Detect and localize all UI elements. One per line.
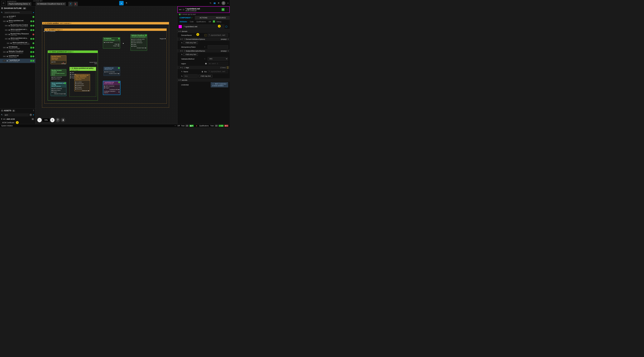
zoom-help-button[interactable]: ? [56,118,60,122]
add-map-item-button[interactable]: + Add map item [198,75,212,77]
outline-search-input[interactable] [4,11,32,14]
outline-item[interactable]: aws⊞Website CloudfrontCloudFront Distrib… [0,50,35,54]
node-bucket-policy-resource[interactable]: Bucket Policy ResourceAWS ARN ARN ARN ⊗ [51,55,66,64]
outline-item[interactable]: aws⊞demo.sysinitest.net c...Bucket Websi… [0,28,35,32]
cube-icon[interactable]: ⬡ [225,25,228,28]
node-hosted-zone[interactable]: sysinitest.netHosted Zone AWS Credential… [104,67,120,76]
lab-view-button[interactable]: ⚗ [124,1,128,5]
edit-icon[interactable]: I [228,38,228,40]
discord-icon[interactable]: 👥 [214,2,216,4]
region-input[interactable] [208,62,228,65]
tab-component[interactable]: COMPONENT ✓ [178,16,195,20]
outline-icon: ☰ [1,7,3,9]
clear-search-button[interactable]: × [30,114,32,116]
frame-policy[interactable]: ▾⊞ demo.sysinitest.net policy Bucket Pol… [70,67,96,97]
color-swatch[interactable] [179,25,182,28]
workspace-block: WORKSPACE: Paul's Authoring Demo ▾ [7,1,33,6]
edit-icon[interactable]: I [204,46,207,48]
outline-item[interactable]: aws⊞*.sysinitest.netACM Certificate+✓ [0,59,35,63]
merge-button[interactable]: ⇵ [68,2,73,6]
zoom-in-button[interactable]: + [50,118,54,122]
tab-code[interactable]: Code [188,20,195,23]
node-bucket-access-control[interactable]: Bucket Access ControlBucket Public Acces… [51,69,66,76]
filter-icon[interactable]: ▼ [32,114,34,116]
assets-search-input[interactable] [4,113,29,116]
qual-label[interactable]: Qualifications [199,125,209,127]
download-button[interactable]: ⬇ [61,118,65,122]
outline-item[interactable]: aws⊞S3-WebsiteCloudFront Origin+✓ [0,45,35,50]
delete-button[interactable]: 🗑 [74,2,78,6]
edit-icon[interactable]: I [228,50,228,52]
app-logo[interactable]: ◫ [1,1,6,5]
frame-region[interactable]: ▾⊞ us-east-1 Region: 5 Region ▾⊞ demo.sy… [44,28,167,104]
outline-item[interactable]: aws⊞us-east-1Region✓ [0,15,35,19]
section-san[interactable]: ▾ [ ] SubjectAlternativeNames (empty) I [178,49,230,52]
add-icon[interactable]: + [64,82,66,84]
asset-group[interactable]: ▾ aws AWS ACM 1 [0,117,35,121]
node-bucket-config[interactable]: demo.sysinitest.net configBucket Website… [51,82,66,96]
fx-icon[interactable]: f(x) [204,71,207,72]
menu-icon[interactable]: ⋮ [226,9,228,11]
section-dvo[interactable]: ▾ [ ] DomainValidationOptions (empty) I [178,37,230,41]
edit-icon[interactable]: I [204,34,207,36]
tab-actions[interactable]: ACTIONS [195,16,212,20]
diff-label[interactable]: Diff [178,125,180,127]
component-icon: ⊞ [6,46,8,48]
add-icon[interactable]: + [118,38,120,39]
qual-fail-icon: ⊗ [196,125,197,127]
outline-item[interactable]: aws⊞demo.sysinitest.net ...AWS IAM Polic… [0,41,35,45]
frame-bucket[interactable]: ▾⊞ demo.sysinitest.net Bucket: 4 Bucket … [48,50,98,101]
node-website-cloudfront[interactable]: Website CloudfrontCloudFront Distributio… [130,34,147,51]
node-s3-website[interactable]: S3-WebsiteCloudFront Origin Domain Name … [103,37,120,48]
section-tags[interactable]: ▾ { } tags (1 item) I [178,66,230,69]
outline-item[interactable]: aws⊞Bucket Access ControlBucket Public A… [0,23,35,28]
diagram-canvas[interactable]: ▾⊞ si-tools-sandbox AWS Credential: 1 AW… [36,6,177,124]
frame-title: si-tools-sandbox [46,22,59,24]
tab-qualifications[interactable]: Qualifications [195,20,207,23]
filter-icon[interactable]: ▼ [32,11,34,13]
add-button[interactable]: + [222,8,224,11]
outline-item[interactable]: aws⊞demo.sysinitest.netBucket✓✓ [0,19,35,23]
user-avatar[interactable]: P [222,1,226,5]
component-icon: ⊞ [6,60,8,62]
help-icon[interactable]: ?⃝ [210,2,211,4]
credential-chip[interactable]: ⊶ AWS Credential / si-tools-sandbox [211,82,228,87]
outline-tree: aws⊞us-east-1Region✓aws⊞demo.sysinitest.… [0,15,35,108]
help-icon[interactable]: ? [33,109,34,112]
outline-item[interactable]: aws⊞Bucket Policy ResourceAWS ARN× [0,32,35,37]
outline-item[interactable]: aws⊞sysinitest.netHosted Zone+✓ [0,54,35,59]
changeset-dropdown[interactable]: S3 Website Cloudfront How-to ▾ [36,2,66,6]
tab-diff[interactable]: Diff [207,20,212,23]
add-tab-button[interactable]: + [213,20,215,22]
node-acm-certificate[interactable]: *.sysinitest.netACM Certificate AWS Cred… [103,81,120,95]
add-icon[interactable]: + [118,67,120,69]
tag-key-input[interactable] [184,74,198,78]
diff-icon[interactable]: 〰 [174,125,176,127]
domain-name-input[interactable] [208,33,228,37]
delete-icon[interactable]: 🗑 [202,71,203,72]
section-secrets[interactable]: ▾ ≡ secrets [178,78,230,82]
add-array-item-button[interactable]: + Add array item [184,53,198,56]
workspace-dropdown[interactable]: Paul's Authoring Demo ▾ [7,2,31,6]
outline-item[interactable]: aws⊞demo.sysinitest.net p...Bucket Polic… [0,37,35,41]
tab-resource[interactable]: RESOURCE [212,16,230,20]
add-array-item-button[interactable]: + Add array item [184,41,198,44]
node-policy-statement[interactable]: demo.sysinitest.net policy statementAWS … [74,74,90,91]
tab-debug[interactable]: Debug [215,20,222,23]
asset-item[interactable]: ACM Certificate 1 [0,121,35,124]
validation-method-select[interactable]: DNS [208,57,228,61]
status-icons: ✓ [32,42,34,44]
settings-icon[interactable]: ⚙ [218,2,220,4]
idempotency-input[interactable] [208,45,228,48]
tag-value-input[interactable] [208,70,228,73]
topbar: ◫ WORKSPACE: Paul's Authoring Demo ▾ CHA… [0,0,230,6]
edit-icon[interactable]: I [204,58,207,60]
zoom-out-button[interactable]: − [37,118,42,122]
add-icon[interactable]: + [118,81,120,83]
edit-icon[interactable]: I [227,66,228,69]
tab-attributes[interactable]: Attributes [178,20,188,23]
frame-credential[interactable]: ▾⊞ si-tools-sandbox AWS Credential: 1 AW… [42,22,169,107]
add-icon[interactable]: + [145,35,147,36]
diagram-view-button[interactable]: ▲ [119,1,124,5]
section-domain[interactable]: ▾ ≡ domain [178,30,230,33]
